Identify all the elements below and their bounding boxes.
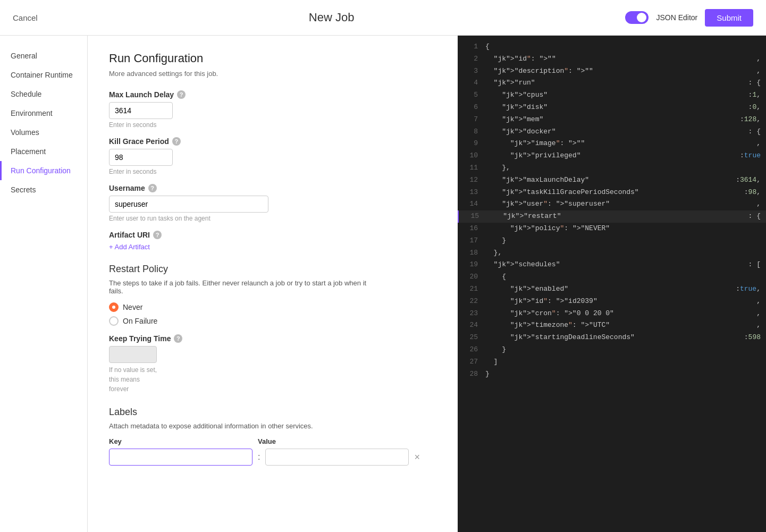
keep-trying-time-label: Keep Trying Time ? <box>109 334 436 343</box>
artifact-uri-label: Artifact URI ? <box>109 231 436 239</box>
sidebar-item-general[interactable]: General <box>0 46 87 65</box>
labels-title: Labels <box>109 407 436 418</box>
labels-value-header: Value <box>258 437 401 445</box>
max-launch-delay-label: Max Launch Delay ? <box>109 90 436 99</box>
restart-policy-title: Restart Policy <box>109 264 436 275</box>
labels-description: Attach metadata to expose additional inf… <box>109 422 375 430</box>
max-launch-delay-input[interactable] <box>109 102 173 119</box>
restart-on-failure-label: On Failure <box>123 317 157 325</box>
sidebar-item-run-configuration[interactable]: Run Configuration <box>0 161 87 180</box>
json-editor-label: JSON Editor <box>656 13 697 22</box>
keep-trying-time-input[interactable] <box>109 346 157 363</box>
header: Cancel New Job JSON Editor Submit <box>0 0 766 36</box>
sidebar-item-volumes[interactable]: Volumes <box>0 123 87 142</box>
json-editor-toggle[interactable] <box>625 11 649 24</box>
sidebar-item-container-runtime[interactable]: Container Runtime <box>0 65 87 85</box>
labels-key-input[interactable] <box>109 449 252 466</box>
sidebar-item-schedule[interactable]: Schedule <box>0 85 87 104</box>
username-input[interactable] <box>109 196 268 213</box>
kill-grace-period-hint-icon[interactable]: ? <box>172 137 181 146</box>
kill-grace-period-input[interactable] <box>109 149 173 166</box>
main-layout: General Container Runtime Schedule Envir… <box>0 36 766 532</box>
max-launch-delay-hint: Enter in seconds <box>109 121 436 129</box>
kill-grace-period-hint: Enter in seconds <box>109 168 436 175</box>
run-config-description: More advanced settings for this job. <box>109 70 436 78</box>
add-artifact-button[interactable]: + Add Artifact <box>109 243 150 251</box>
labels-value-input[interactable] <box>265 449 409 466</box>
header-right: JSON Editor Submit <box>625 9 753 27</box>
json-editor-panel: 1{2 "jk">"id": ">"",3 "jk">"description"… <box>458 36 766 532</box>
kill-grace-period-label: Kill Grace Period ? <box>109 137 436 146</box>
keep-trying-hint: If no value is set, this means forever <box>109 365 436 394</box>
restart-policy-description: The steps to take if a job fails. Either… <box>109 279 375 295</box>
sidebar: General Container Runtime Schedule Envir… <box>0 36 88 532</box>
artifact-uri-hint-icon[interactable]: ? <box>153 231 162 239</box>
username-hint-icon[interactable]: ? <box>148 184 157 192</box>
max-launch-delay-hint-icon[interactable]: ? <box>177 90 186 99</box>
run-config-title: Run Configuration <box>109 52 436 65</box>
restart-never-label: Never <box>123 303 142 311</box>
labels-key-header: Key <box>109 437 252 445</box>
submit-button[interactable]: Submit <box>705 9 753 27</box>
username-hint: Enter user to run tasks on the agent <box>109 215 436 222</box>
keep-trying-hint-icon[interactable]: ? <box>174 334 182 343</box>
restart-never-option[interactable]: Never <box>109 302 436 312</box>
username-label: Username ? <box>109 184 436 192</box>
labels-remove-button[interactable]: × <box>414 452 420 463</box>
sidebar-item-environment[interactable]: Environment <box>0 104 87 123</box>
sidebar-item-secrets[interactable]: Secrets <box>0 180 87 199</box>
labels-colon: : <box>258 452 260 462</box>
restart-never-radio[interactable] <box>109 302 119 312</box>
restart-on-failure-radio[interactable] <box>109 316 119 326</box>
restart-on-failure-option[interactable]: On Failure <box>109 316 436 326</box>
labels-row: : × <box>109 449 436 466</box>
cancel-button[interactable]: Cancel <box>13 13 38 22</box>
page-title: New Job <box>309 11 355 24</box>
sidebar-item-placement[interactable]: Placement <box>0 142 87 161</box>
labels-header: Key Value <box>109 437 436 445</box>
content-area: Run Configuration More advanced settings… <box>88 36 458 532</box>
